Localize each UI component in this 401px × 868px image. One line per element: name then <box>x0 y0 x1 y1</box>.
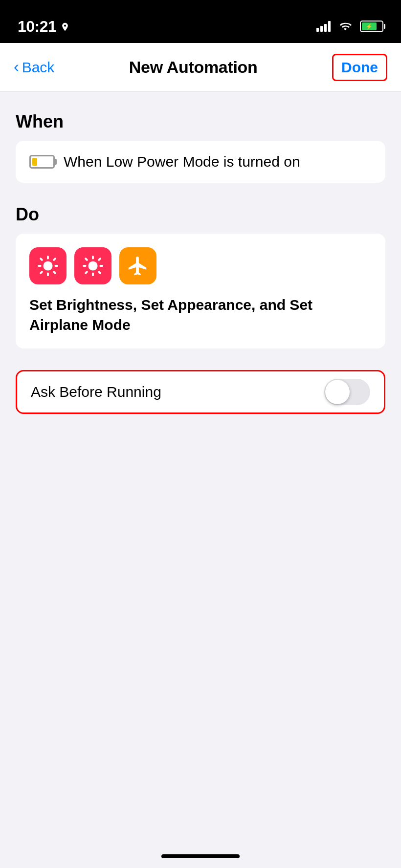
low-power-mode-icon <box>29 155 55 169</box>
do-section-title: Do <box>16 204 385 225</box>
when-card[interactable]: When Low Power Mode is turned on <box>16 141 385 183</box>
set-brightness-icon <box>29 247 67 284</box>
svg-line-16 <box>86 272 87 273</box>
ask-before-running-label: Ask Before Running <box>31 384 161 400</box>
location-icon <box>60 22 70 32</box>
action-description: Set Brightness, Set Appearance, and Set … <box>29 295 372 335</box>
nav-bar: ‹ Back New Automation Done <box>0 43 401 92</box>
back-label: Back <box>22 59 55 76</box>
set-airplane-mode-icon <box>119 247 156 284</box>
svg-line-6 <box>54 272 55 273</box>
status-icons: ⚡ <box>316 21 383 32</box>
ask-before-running-row[interactable]: Ask Before Running <box>16 370 385 414</box>
svg-line-7 <box>41 272 42 273</box>
when-section-title: When <box>16 111 385 132</box>
back-button[interactable]: ‹ Back <box>14 59 54 76</box>
toggle-thumb <box>325 380 350 404</box>
home-indicator <box>161 854 240 858</box>
svg-line-5 <box>41 259 42 260</box>
svg-line-17 <box>99 259 100 260</box>
signal-icon <box>316 21 331 32</box>
svg-line-14 <box>86 259 87 260</box>
done-button[interactable]: Done <box>332 54 387 81</box>
battery-icon: ⚡ <box>360 21 383 32</box>
ask-before-running-toggle[interactable] <box>324 379 370 405</box>
svg-line-8 <box>54 259 55 260</box>
main-content: When When Low Power Mode is turned on Do <box>0 92 401 414</box>
status-time: 10:21 <box>18 18 56 36</box>
do-card[interactable]: Set Brightness, Set Appearance, and Set … <box>16 234 385 348</box>
status-bar: 10:21 ⚡ <box>0 0 401 43</box>
trigger-text: When Low Power Mode is turned on <box>64 153 300 170</box>
svg-point-9 <box>88 261 97 270</box>
svg-point-0 <box>43 261 52 270</box>
page-title: New Automation <box>129 58 258 77</box>
set-appearance-icon <box>74 247 111 284</box>
svg-line-15 <box>99 272 100 273</box>
action-icons-row <box>29 247 372 284</box>
wifi-icon <box>337 21 353 32</box>
back-chevron-icon: ‹ <box>14 58 19 76</box>
